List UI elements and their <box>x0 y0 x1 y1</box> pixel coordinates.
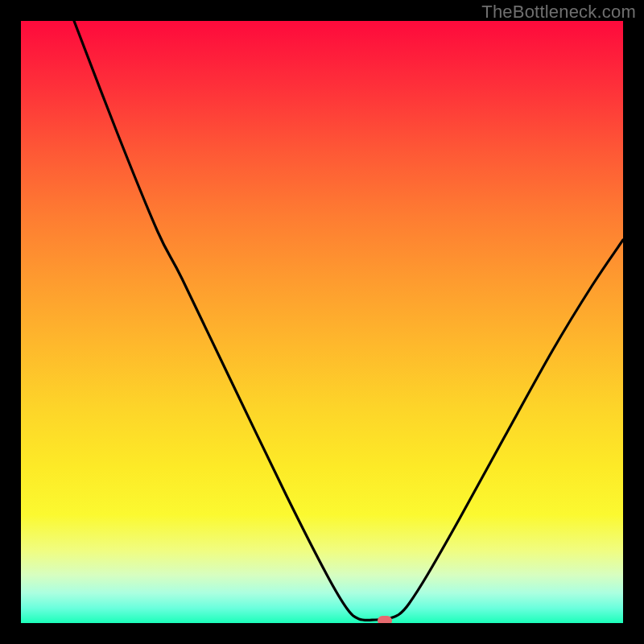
plot-area <box>21 21 623 623</box>
curve-svg <box>21 21 623 623</box>
watermark-text: TheBottleneck.com <box>481 2 636 23</box>
chart-frame: TheBottleneck.com <box>0 0 644 644</box>
bottleneck-curve-path <box>74 21 623 620</box>
curve-minimum-marker <box>378 616 392 623</box>
